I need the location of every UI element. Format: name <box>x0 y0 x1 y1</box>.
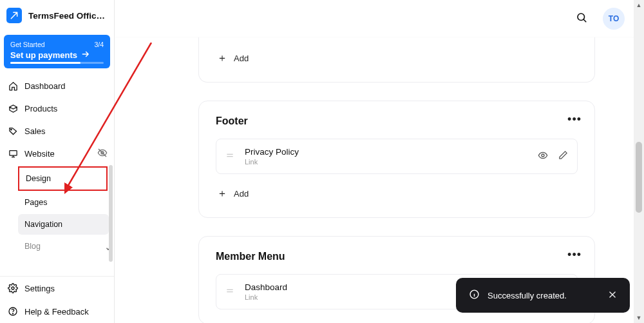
nav-help[interactable]: Help & Feedback <box>0 300 114 323</box>
close-icon[interactable] <box>608 290 617 301</box>
nav-label: Website <box>24 149 55 159</box>
tag-icon <box>8 126 18 136</box>
add-label: Add <box>234 189 249 199</box>
home-icon <box>8 81 18 91</box>
more-icon[interactable]: ••• <box>567 113 582 126</box>
section-title: Footer <box>216 115 578 127</box>
subnav-label: Pages <box>24 198 47 207</box>
box-icon <box>8 104 18 113</box>
onboarding-progress: 3/4 <box>94 41 104 48</box>
nav-label: Settings <box>24 284 55 293</box>
svg-point-5 <box>12 313 13 314</box>
brand[interactable]: TermsFeed Office... <box>0 0 114 30</box>
plus-icon: ＋ <box>217 187 227 201</box>
sidebar-scrollbar[interactable] <box>108 113 113 205</box>
more-icon[interactable]: ••• <box>567 248 582 262</box>
subnav-design[interactable]: Design <box>18 166 108 191</box>
help-icon <box>8 306 18 317</box>
top-header: TO <box>115 0 634 37</box>
nav-label: Dashboard <box>24 81 66 91</box>
svg-rect-1 <box>9 151 16 156</box>
visibility-off-icon <box>97 148 108 160</box>
onboarding-eyebrow: Get Started <box>10 41 45 48</box>
visibility-icon[interactable] <box>538 150 548 163</box>
add-button[interactable]: ＋ Add <box>216 184 578 203</box>
section-card-top: ＋ Add <box>198 37 595 83</box>
entry-title: Privacy Policy <box>245 147 299 157</box>
toast-message: Successfully created. <box>488 291 567 300</box>
nav-sales[interactable]: Sales <box>0 120 114 142</box>
nav-dashboard[interactable]: Dashboard <box>0 75 114 97</box>
arrow-right-icon <box>81 50 90 61</box>
nav-label: Products <box>24 104 57 113</box>
onboarding-cta-label: Set up payments <box>10 50 77 60</box>
section-title: Member Menu <box>216 251 578 262</box>
scroll-up-icon[interactable]: ▲ <box>634 0 644 10</box>
section-card-footer: ••• Footer Privacy Policy Link ＋ Add <box>198 101 595 218</box>
subnav-label: Design <box>26 174 51 183</box>
entry-subtitle: Link <box>245 158 299 166</box>
subnav-label: Blog <box>24 242 41 251</box>
brand-name: TermsFeed Office... <box>28 11 106 21</box>
entry-info: Privacy Policy Link <box>245 147 299 166</box>
add-button[interactable]: ＋ Add <box>216 49 578 68</box>
onboarding-card[interactable]: Get Started 3/4 Set up payments <box>4 35 110 68</box>
subnav-navigation[interactable]: Navigation <box>18 214 109 235</box>
svg-point-7 <box>542 154 544 157</box>
drag-handle-icon[interactable] <box>225 151 234 162</box>
nav-entry[interactable]: Privacy Policy Link <box>216 139 578 174</box>
svg-point-3 <box>12 287 14 289</box>
brand-logo <box>6 8 22 23</box>
nav-label: Sales <box>24 126 46 136</box>
avatar[interactable]: TO <box>603 8 625 30</box>
entry-info: Dashboard Link <box>245 282 287 301</box>
drag-handle-icon[interactable] <box>225 286 234 298</box>
website-subnav: Design Pages Navigation Blog <box>0 166 114 257</box>
avatar-initials: TO <box>609 14 619 23</box>
nav-products[interactable]: Products <box>0 97 114 120</box>
scroll-down-icon[interactable]: ▼ <box>634 313 644 323</box>
search-icon[interactable] <box>576 12 587 26</box>
sidebar-bottom: Settings Help & Feedback <box>0 276 114 323</box>
gear-icon <box>8 283 18 293</box>
subnav-label: Navigation <box>24 220 62 229</box>
info-icon <box>469 289 480 302</box>
window-scrollbar[interactable]: ▲ ▼ <box>634 0 644 323</box>
entry-subtitle: Link <box>245 293 287 301</box>
nav-settings[interactable]: Settings <box>0 277 114 300</box>
subnav-blog[interactable]: Blog <box>18 236 109 257</box>
subnav-pages[interactable]: Pages <box>18 192 109 213</box>
primary-nav: Dashboard Products Sales Website Design … <box>0 75 114 276</box>
monitor-icon <box>8 149 18 159</box>
entry-title: Dashboard <box>245 282 287 292</box>
nav-label: Help & Feedback <box>24 307 89 317</box>
add-label: Add <box>234 54 249 63</box>
edit-icon[interactable] <box>558 150 568 163</box>
plus-icon: ＋ <box>217 52 227 65</box>
scrollbar-thumb[interactable] <box>636 142 642 213</box>
nav-website[interactable]: Website <box>0 142 114 165</box>
svg-point-0 <box>10 129 12 130</box>
toast-success: Successfully created. <box>456 278 630 313</box>
sidebar: TermsFeed Office... Get Started 3/4 Set … <box>0 0 115 323</box>
onboarding-progress-bar <box>10 62 104 64</box>
